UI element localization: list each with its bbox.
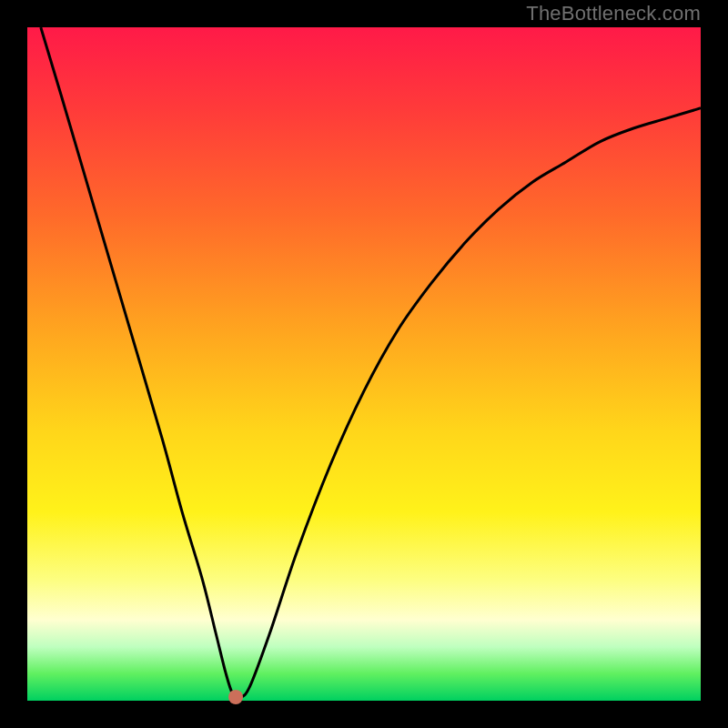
watermark-text: TheBottleneck.com (526, 2, 701, 25)
minimum-marker-dot (228, 690, 243, 704)
curve-path (41, 27, 701, 698)
bottleneck-curve (27, 27, 701, 701)
chart-frame: TheBottleneck.com (0, 0, 728, 728)
plot-area (27, 27, 701, 701)
